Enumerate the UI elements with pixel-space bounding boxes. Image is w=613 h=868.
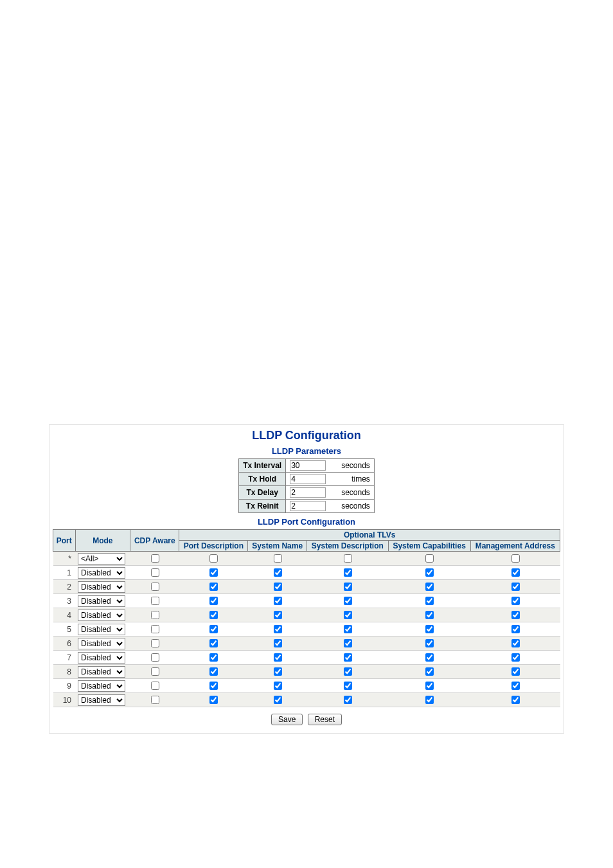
col-port-description: Port Description — [179, 541, 248, 552]
checkbox-all[interactable] — [344, 554, 352, 563]
mode-select[interactable]: Disabled — [78, 567, 125, 579]
checkbox[interactable] — [511, 597, 520, 605]
checkbox[interactable] — [151, 568, 159, 577]
mode-select[interactable]: Disabled — [78, 638, 125, 649]
col-mode: Mode — [75, 530, 130, 552]
checkbox[interactable] — [209, 653, 218, 662]
table-row: 4Disabled — [53, 608, 560, 622]
param-input[interactable] — [290, 487, 326, 498]
param-input[interactable] — [290, 501, 326, 511]
mode-select[interactable]: Disabled — [78, 624, 125, 635]
checkbox[interactable] — [274, 682, 282, 690]
checkbox[interactable] — [511, 653, 520, 662]
checkbox[interactable] — [274, 597, 282, 605]
checkbox[interactable] — [511, 568, 520, 577]
mode-select[interactable]: Disabled — [78, 666, 125, 678]
checkbox[interactable] — [274, 583, 282, 591]
param-unit: times — [330, 473, 374, 486]
checkbox[interactable] — [151, 611, 159, 619]
save-button[interactable]: Save — [271, 714, 303, 725]
checkbox[interactable] — [425, 653, 434, 662]
checkbox[interactable] — [209, 696, 218, 704]
checkbox-all[interactable] — [209, 554, 218, 563]
checkbox[interactable] — [425, 667, 434, 676]
checkbox[interactable] — [344, 568, 352, 577]
checkbox[interactable] — [151, 583, 159, 591]
checkbox[interactable] — [151, 696, 159, 704]
checkbox[interactable] — [344, 611, 352, 619]
checkbox[interactable] — [151, 625, 159, 633]
checkbox[interactable] — [425, 625, 434, 633]
checkbox[interactable] — [274, 653, 282, 662]
checkbox[interactable] — [274, 611, 282, 619]
checkbox[interactable] — [151, 597, 159, 605]
checkbox[interactable] — [209, 583, 218, 591]
checkbox[interactable] — [511, 583, 520, 591]
port-number: 3 — [53, 594, 76, 608]
table-row: 1Disabled — [53, 566, 560, 580]
checkbox[interactable] — [274, 639, 282, 647]
checkbox[interactable] — [209, 625, 218, 633]
button-row: Save Reset — [49, 714, 564, 725]
checkbox-all[interactable] — [151, 554, 159, 563]
checkbox[interactable] — [511, 639, 520, 647]
checkbox[interactable] — [425, 583, 434, 591]
checkbox[interactable] — [274, 625, 282, 633]
checkbox-all[interactable] — [425, 554, 434, 563]
param-unit: seconds — [330, 486, 374, 500]
port-number: 10 — [53, 693, 76, 707]
mode-select[interactable]: Disabled — [78, 595, 125, 607]
mode-select[interactable]: Disabled — [78, 680, 125, 692]
table-row: 3Disabled — [53, 594, 560, 608]
param-name: Tx Hold — [239, 473, 286, 486]
page-title: LLDP Configuration — [49, 429, 564, 442]
mode-select[interactable]: Disabled — [78, 694, 125, 706]
checkbox[interactable] — [151, 682, 159, 690]
mode-select[interactable]: Disabled — [78, 581, 125, 593]
mode-select[interactable]: Disabled — [78, 610, 125, 621]
checkbox-all[interactable] — [511, 554, 520, 563]
checkbox[interactable] — [209, 682, 218, 690]
mode-select-all[interactable]: <All> — [78, 553, 125, 565]
table-row: 5Disabled — [53, 622, 560, 637]
checkbox[interactable] — [511, 696, 520, 704]
checkbox[interactable] — [344, 597, 352, 605]
checkbox[interactable] — [425, 568, 434, 577]
checkbox[interactable] — [274, 667, 282, 676]
checkbox[interactable] — [425, 611, 434, 619]
checkbox[interactable] — [209, 639, 218, 647]
checkbox[interactable] — [344, 696, 352, 704]
col-port: Port — [53, 530, 76, 552]
checkbox[interactable] — [151, 639, 159, 647]
checkbox[interactable] — [511, 667, 520, 676]
checkbox[interactable] — [209, 597, 218, 605]
checkbox[interactable] — [344, 583, 352, 591]
checkbox[interactable] — [344, 625, 352, 633]
mode-select[interactable]: Disabled — [78, 652, 125, 664]
checkbox-all[interactable] — [274, 554, 282, 563]
param-input[interactable] — [290, 460, 326, 471]
reset-button[interactable]: Reset — [308, 714, 342, 725]
checkbox[interactable] — [209, 568, 218, 577]
checkbox[interactable] — [151, 667, 159, 676]
checkbox[interactable] — [344, 667, 352, 676]
checkbox[interactable] — [511, 625, 520, 633]
checkbox[interactable] — [511, 611, 520, 619]
checkbox[interactable] — [425, 696, 434, 704]
checkbox[interactable] — [209, 611, 218, 619]
checkbox[interactable] — [511, 682, 520, 690]
section-lldp-parameters: LLDP Parameters — [49, 446, 564, 456]
port-number: * — [53, 552, 76, 566]
checkbox[interactable] — [209, 667, 218, 676]
checkbox[interactable] — [274, 568, 282, 577]
checkbox[interactable] — [344, 639, 352, 647]
port-number: 7 — [53, 651, 76, 665]
checkbox[interactable] — [425, 682, 434, 690]
checkbox[interactable] — [274, 696, 282, 704]
param-input[interactable] — [290, 474, 326, 484]
checkbox[interactable] — [425, 639, 434, 647]
checkbox[interactable] — [344, 682, 352, 690]
checkbox[interactable] — [151, 653, 159, 662]
checkbox[interactable] — [344, 653, 352, 662]
checkbox[interactable] — [425, 597, 434, 605]
